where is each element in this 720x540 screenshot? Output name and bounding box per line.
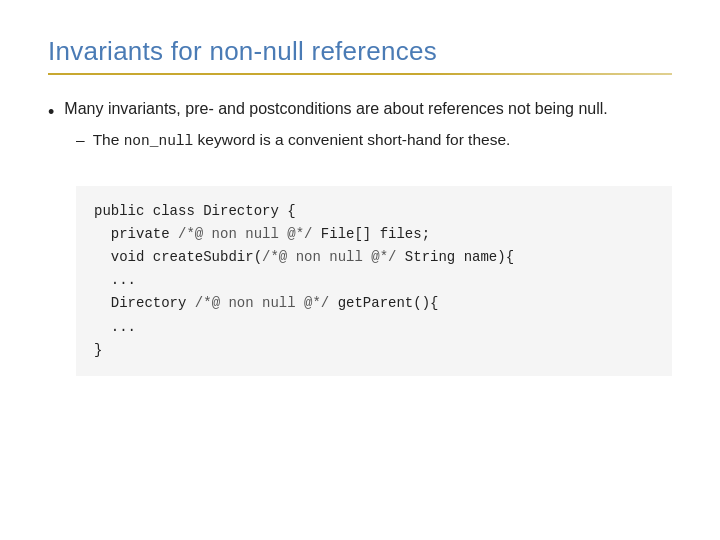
slide-content: • Many invariants, pre- and postconditio… [48, 97, 672, 376]
bullet-dot: • [48, 99, 54, 125]
sub-dash: – [76, 129, 85, 151]
code-line-7: } [94, 339, 654, 362]
code-line-5: Directory /*@ non null @*/ getParent(){ [94, 292, 654, 315]
title-bar: Invariants for non-null references [48, 36, 672, 75]
code-line-3: void createSubdir(/*@ non null @*/ Strin… [94, 246, 654, 269]
code-line-2: private /*@ non null @*/ File[] files; [94, 223, 654, 246]
bullet-text-1: Many invariants, pre- and postconditions… [64, 97, 607, 120]
code-line-4: ... [94, 269, 654, 292]
slide: Invariants for non-null references • Man… [0, 0, 720, 540]
slide-title: Invariants for non-null references [48, 36, 672, 67]
sub-bullet-1: – The non_null keyword is a convenient s… [76, 129, 672, 152]
code-line-6: ... [94, 316, 654, 339]
sub-text-1: The non_null keyword is a convenient sho… [93, 129, 511, 152]
code-block: public class Directory { private /*@ non… [76, 186, 672, 376]
inline-code-nonnull: non_null [124, 133, 194, 149]
code-line-1: public class Directory { [94, 200, 654, 223]
bullet-item-1: • Many invariants, pre- and postconditio… [48, 97, 672, 125]
bullet-section: • Many invariants, pre- and postconditio… [48, 97, 672, 152]
title-underline [48, 73, 672, 75]
